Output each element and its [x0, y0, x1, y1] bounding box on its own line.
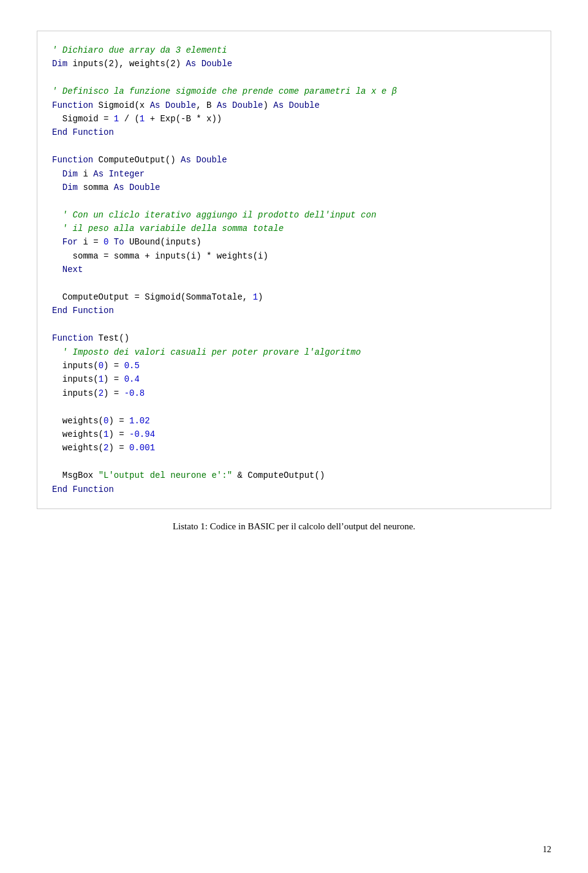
code-line-5: Sigmoid = 1 / (1 + Exp(-B * x)): [52, 114, 222, 124]
code-line-24: weights(2) = 0.001: [52, 443, 155, 453]
code-line-19: inputs(0) = 0.5: [52, 361, 140, 371]
code-line-26: End Function: [52, 485, 114, 494]
code-line-2: Dim inputs(2), weights(2) As Double: [52, 59, 232, 69]
code-line-17: Function Test(): [52, 333, 129, 343]
code-block: ' Dichiaro due array da 3 elementi Dim i…: [37, 31, 551, 509]
code-comment-1: ' Dichiaro due array da 3 elementi: [52, 45, 227, 55]
code-line-20: inputs(1) = 0.4: [52, 374, 140, 384]
code-line-22: weights(0) = 1.02: [52, 416, 150, 426]
code-line-6: End Function: [52, 127, 114, 137]
code-line-12: For i = 0 To UBound(inputs): [52, 237, 202, 247]
code-comment-3: ' Definisco la funzione sigmoide che pre…: [52, 86, 397, 96]
code-line-16: End Function: [52, 306, 114, 316]
code-line-7: Function ComputeOutput() As Double: [52, 155, 227, 165]
code-line-21: inputs(2) = -0.8: [52, 388, 145, 398]
caption-text: Listato 1: Codice in BASIC per il calcol…: [173, 521, 415, 531]
code-line-25: MsgBox "L'output del neurone e':" & Comp…: [52, 471, 325, 480]
code-line-23: weights(1) = -0.94: [52, 429, 155, 439]
code-line-4: Function Sigmoid(x As Double, B As Doubl…: [52, 100, 320, 110]
page-number: 12: [543, 845, 551, 855]
code-line-8: Dim i As Integer: [52, 169, 145, 179]
page-container: ' Dichiaro due array da 3 elementi Dim i…: [0, 0, 588, 873]
code-comment-18: ' Imposto dei valori casuali per poter p…: [52, 347, 361, 357]
figure-caption: Listato 1: Codice in BASIC per il calcol…: [37, 521, 551, 532]
code-line-14: Next: [52, 265, 83, 274]
code-comment-10: ' Con un cliclo iterativo aggiungo il pr…: [52, 210, 376, 220]
code-line-15: ComputeOutput = Sigmoid(SommaTotale, 1): [52, 292, 263, 302]
code-comment-11: ' il peso alla variabile della somma tot…: [52, 224, 284, 233]
code-line-9: Dim somma As Double: [52, 183, 160, 192]
code-line-13: somma = somma + inputs(i) * weights(i): [52, 251, 268, 261]
